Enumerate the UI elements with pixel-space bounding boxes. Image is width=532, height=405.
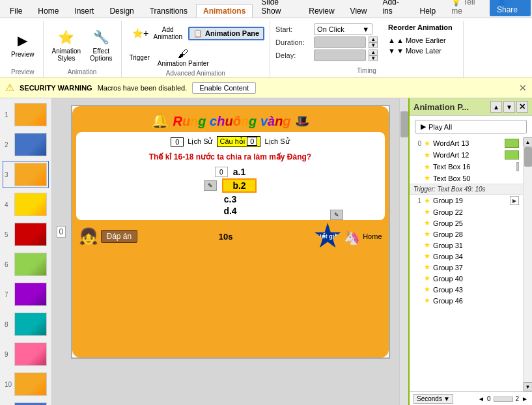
tab-home[interactable]: Home — [31, 4, 66, 18]
slide-thumb-8[interactable]: 8 — [3, 311, 49, 338]
anim-name-group46: Group 46 — [433, 297, 519, 305]
effect-options-button[interactable]: 🔧 EffectOptions — [87, 25, 115, 64]
slide-thumb-9[interactable]: 9 — [3, 341, 49, 368]
slide-thumb-3[interactable]: 3 — [3, 161, 49, 188]
home-button[interactable]: Home — [363, 232, 382, 240]
seconds-label: Seconds — [417, 395, 442, 402]
animation-pane-button[interactable]: 📋 Animation Pane — [188, 27, 264, 40]
anim-name-group43: Group 43 — [433, 286, 519, 294]
anim-item-group46[interactable]: ★ Group 46 — [410, 295, 523, 306]
timeline-bar — [494, 397, 513, 402]
slide-thumb-6[interactable]: 6 — [3, 251, 49, 278]
play-all-button[interactable]: ▶ Play All — [415, 120, 527, 133]
slide-img-8 — [14, 313, 47, 336]
tab-tellme[interactable]: 💡 Tell me — [444, 0, 488, 18]
pane-down-button[interactable]: ▼ — [503, 101, 515, 113]
move-later-button[interactable]: ▼ ▼ Move Later — [388, 47, 453, 55]
tab-help[interactable]: Help — [413, 4, 443, 18]
anim-item-textbox50[interactable]: ★ Text Box 50 — [410, 173, 523, 184]
anim-item-group34[interactable]: ★ Group 34 — [410, 251, 523, 262]
slide-thumb-7[interactable]: 7 — [3, 281, 49, 308]
preview-label: Preview — [11, 51, 35, 58]
anim-name-group25: Group 25 — [433, 219, 519, 227]
anim-item-group25[interactable]: ★ Group 25 — [410, 217, 523, 229]
move-earlier-button[interactable]: ▲ ▲ Move Earlier — [388, 36, 453, 44]
slide-thumb-2[interactable]: 2 — [3, 131, 49, 158]
delay-input[interactable] — [314, 49, 366, 61]
edit-icon-right: ✎ — [330, 210, 343, 220]
animation-painter-button[interactable]: 🖌 Animation Painter — [155, 47, 212, 68]
anim-item-group31[interactable]: ★ Group 31 — [410, 240, 523, 251]
anim-timeline: ◄ 0 2 ► — [478, 395, 528, 402]
duration-down-arrow[interactable]: ▼ — [369, 42, 378, 48]
seconds-button[interactable]: Seconds ▼ — [413, 394, 453, 404]
tab-view[interactable]: View — [343, 4, 374, 18]
pane-up-button[interactable]: ▲ — [490, 101, 502, 113]
start-value: On Click — [317, 25, 344, 33]
ribbon-group-advanced: ⭐+ AddAnimation 📋 Animation Pane Trigger… — [122, 21, 271, 77]
tab-animations[interactable]: Animations — [196, 4, 253, 18]
tab-design[interactable]: Design — [102, 4, 141, 18]
anim-name-textbox16: Text Box 16 — [433, 163, 512, 171]
seconds-arrow: ▼ — [443, 395, 450, 402]
slide-thumb-4[interactable]: 4 — [3, 191, 49, 218]
security-close-button[interactable]: ✕ — [519, 83, 527, 93]
anim-item-group22[interactable]: ★ Group 22 — [410, 206, 523, 217]
canvas-scrollbar[interactable] — [399, 98, 408, 405]
security-warning-bar: ⚠ SECURITY WARNING Macros have been disa… — [0, 77, 532, 98]
tab-addins[interactable]: Add-ins — [375, 0, 411, 18]
reorder-label: Reorder Animation — [388, 23, 453, 31]
ribbon-group-timing: Start: On Click ▼ Duration: ▲ ▼ — [270, 21, 464, 77]
tab-review[interactable]: Review — [301, 4, 341, 18]
anim-name-group40: Group 40 — [433, 275, 519, 283]
anim-item-group28[interactable]: ★ Group 28 — [410, 229, 523, 240]
answer-b-edit-icon: ✎ — [204, 180, 217, 191]
slide-thumb-1[interactable]: 1 — [3, 101, 49, 128]
anim-item-group40[interactable]: ★ Group 40 — [410, 273, 523, 284]
pane-close-button[interactable]: ✕ — [516, 101, 528, 113]
delay-down-arrow[interactable]: ▼ — [369, 55, 378, 61]
anim-play-group19[interactable]: ▶ — [510, 196, 519, 205]
anim-name-group31: Group 31 — [433, 242, 519, 249]
anim-item-group19[interactable]: 1 ★ Group 19 ▶ — [410, 195, 523, 206]
ribbon-group-preview: ▶ Preview Preview — [3, 21, 44, 77]
enable-content-button[interactable]: Enable Content — [192, 82, 256, 94]
add-animation-button[interactable]: ⭐+ AddAnimation — [127, 21, 186, 46]
delay-up-arrow[interactable]: ▲ — [369, 49, 378, 55]
dap-an-button[interactable]: Đáp án — [101, 230, 138, 243]
tab-insert[interactable]: Insert — [67, 4, 101, 18]
anim-item-group37[interactable]: ★ Group 37 — [410, 262, 523, 273]
anim-scroll-down[interactable]: ▼ — [524, 382, 533, 391]
timeline-next[interactable]: ► — [522, 395, 528, 402]
het-gio-badge: Hết giờ — [314, 223, 341, 250]
canvas-area: 0 🔔 Rung chuông vàng 🎩 — [52, 98, 408, 405]
anim-star-group37: ★ — [424, 263, 430, 272]
start-input[interactable]: On Click ▼ — [314, 23, 372, 35]
anim-item-wordart13[interactable]: 0 ★ WordArt 13 — [410, 137, 523, 149]
trigger-button[interactable]: Trigger — [127, 53, 152, 63]
slide-thumb-5[interactable]: 5 — [3, 221, 49, 248]
animation-styles-button[interactable]: ⭐ AnimationStyles — [49, 25, 84, 64]
tab-transitions[interactable]: Transitions — [143, 4, 195, 18]
slide-thumb-10[interactable]: 10 — [3, 370, 49, 398]
anim-scroll-up[interactable]: ▲ — [524, 137, 533, 147]
duration-input[interactable] — [314, 36, 366, 48]
anim-name-group19: Group 19 — [433, 197, 507, 204]
preview-button[interactable]: ▶ Preview — [8, 28, 38, 60]
anim-item-group43[interactable]: ★ Group 43 — [410, 284, 523, 295]
anim-item-textbox16[interactable]: ★ Text Box 16 — [410, 161, 523, 173]
slide-thumb-11[interactable]: 11 — [3, 400, 49, 405]
answer-b-row: ✎ b.2 — [81, 178, 380, 193]
start-label: Start: — [275, 25, 311, 33]
timeline-prev[interactable]: ◄ — [478, 395, 484, 402]
tab-slideshow[interactable]: Slide Show — [254, 0, 300, 18]
duration-up-arrow[interactable]: ▲ — [369, 36, 378, 42]
cau-hoi-box[interactable]: Câu hỏi 0 — [217, 136, 261, 147]
advanced-group-label: Advanced Animation — [166, 68, 225, 78]
tab-file[interactable]: File — [3, 4, 29, 18]
slide-img-5 — [14, 223, 47, 246]
animation-pane-label: Animation Pane — [205, 29, 259, 37]
slide-num-1: 1 — [5, 111, 12, 119]
tab-share[interactable]: 👤 Share — [490, 0, 531, 16]
anim-item-wordart12[interactable]: ★ WordArt 12 — [410, 149, 523, 161]
